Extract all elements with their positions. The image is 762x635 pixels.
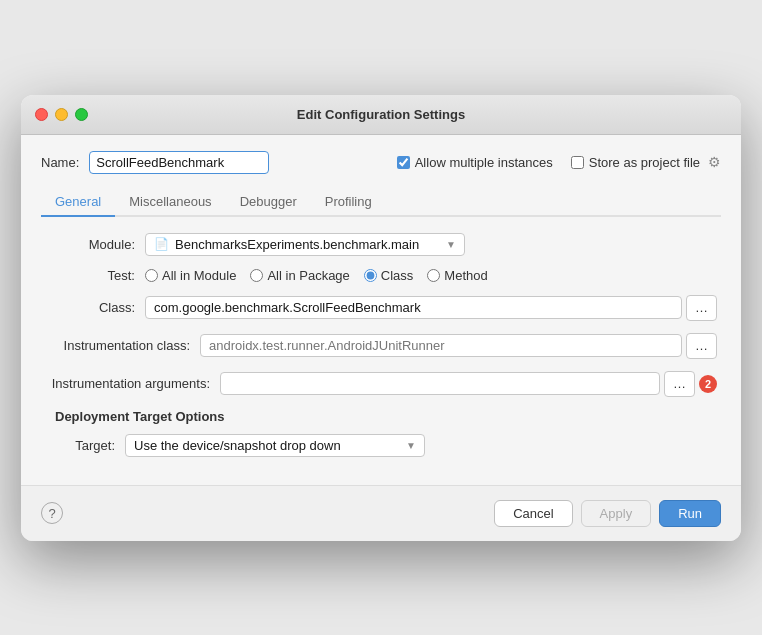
title-bar: Edit Configuration Settings (21, 95, 741, 135)
instrumentation-args-dots-button[interactable]: … (664, 371, 695, 397)
class-dots-button[interactable]: … (686, 295, 717, 321)
deployment-section-header: Deployment Target Options (55, 409, 717, 424)
test-radio-group: All in Module All in Package Class Metho… (145, 268, 488, 283)
class-input[interactable] (145, 296, 682, 319)
tabs-row: General Miscellaneous Debugger Profiling (41, 188, 721, 217)
module-row: Module: 📄 BenchmarksExperiments.benchmar… (45, 233, 717, 256)
test-label: Test: (45, 268, 145, 283)
module-select[interactable]: 📄 BenchmarksExperiments.benchmark.main ▼ (145, 233, 465, 256)
store-as-project-label: Store as project file (589, 155, 700, 170)
module-select-text: BenchmarksExperiments.benchmark.main (175, 237, 440, 252)
module-label: Module: (45, 237, 145, 252)
tab-profiling[interactable]: Profiling (311, 188, 386, 217)
help-button[interactable]: ? (41, 502, 63, 524)
module-file-icon: 📄 (154, 237, 169, 251)
allow-multiple-checkbox[interactable] (397, 156, 410, 169)
target-label: Target: (45, 438, 125, 453)
test-radio-class[interactable]: Class (364, 268, 414, 283)
traffic-lights (35, 108, 88, 121)
module-dropdown-arrow: ▼ (446, 239, 456, 250)
test-row: Test: All in Module All in Package Class (45, 268, 717, 283)
target-dropdown-arrow: ▼ (406, 440, 416, 451)
store-as-project-checkbox-label[interactable]: Store as project file ⚙ (571, 154, 721, 170)
class-row: Class: … (45, 295, 717, 321)
instrumentation-class-input[interactable] (200, 334, 682, 357)
store-as-project-checkbox[interactable] (571, 156, 584, 169)
dialog-window: Edit Configuration Settings Name: Allow … (21, 95, 741, 541)
allow-multiple-label: Allow multiple instances (415, 155, 553, 170)
tab-debugger[interactable]: Debugger (226, 188, 311, 217)
target-row: Target: Use the device/snapshot drop dow… (45, 434, 717, 457)
tab-general[interactable]: General (41, 188, 115, 217)
test-radio-method[interactable]: Method (427, 268, 487, 283)
dialog-content: Name: Allow multiple instances Store as … (21, 135, 741, 485)
tab-miscellaneous[interactable]: Miscellaneous (115, 188, 225, 217)
instrumentation-class-dots-button[interactable]: … (686, 333, 717, 359)
name-row: Name: Allow multiple instances Store as … (41, 151, 721, 174)
instrumentation-class-row: Instrumentation class: … (45, 333, 717, 359)
run-button[interactable]: Run (659, 500, 721, 527)
test-radio-all-package[interactable]: All in Package (250, 268, 349, 283)
gear-icon: ⚙ (708, 154, 721, 170)
window-title: Edit Configuration Settings (297, 107, 465, 122)
deployment-section: Deployment Target Options Target: Use th… (45, 409, 717, 457)
instrumentation-args-row: Instrumentation arguments: … 2 (45, 371, 717, 397)
form-section: Module: 📄 BenchmarksExperiments.benchmar… (41, 233, 721, 457)
instrumentation-args-input-area: … 2 (220, 371, 717, 397)
instrumentation-args-label: Instrumentation arguments: (45, 376, 220, 391)
test-radio-all-module[interactable]: All in Module (145, 268, 236, 283)
dialog-footer: ? Cancel Apply Run (21, 485, 741, 541)
footer-left: ? (41, 502, 63, 524)
cancel-button[interactable]: Cancel (494, 500, 572, 527)
maximize-button[interactable] (75, 108, 88, 121)
name-label: Name: (41, 155, 79, 170)
class-input-area: … (145, 295, 717, 321)
name-input[interactable] (89, 151, 269, 174)
instrumentation-class-input-area: … (200, 333, 717, 359)
instrumentation-args-input[interactable] (220, 372, 660, 395)
instrumentation-args-badge: 2 (699, 375, 717, 393)
minimize-button[interactable] (55, 108, 68, 121)
target-select-text: Use the device/snapshot drop down (134, 438, 400, 453)
class-label: Class: (45, 300, 145, 315)
apply-button[interactable]: Apply (581, 500, 652, 527)
instrumentation-class-label: Instrumentation class: (45, 338, 200, 353)
allow-multiple-checkbox-label[interactable]: Allow multiple instances (397, 155, 553, 170)
footer-right: Cancel Apply Run (494, 500, 721, 527)
close-button[interactable] (35, 108, 48, 121)
checkboxes-row: Allow multiple instances Store as projec… (397, 154, 721, 170)
target-select[interactable]: Use the device/snapshot drop down ▼ (125, 434, 425, 457)
